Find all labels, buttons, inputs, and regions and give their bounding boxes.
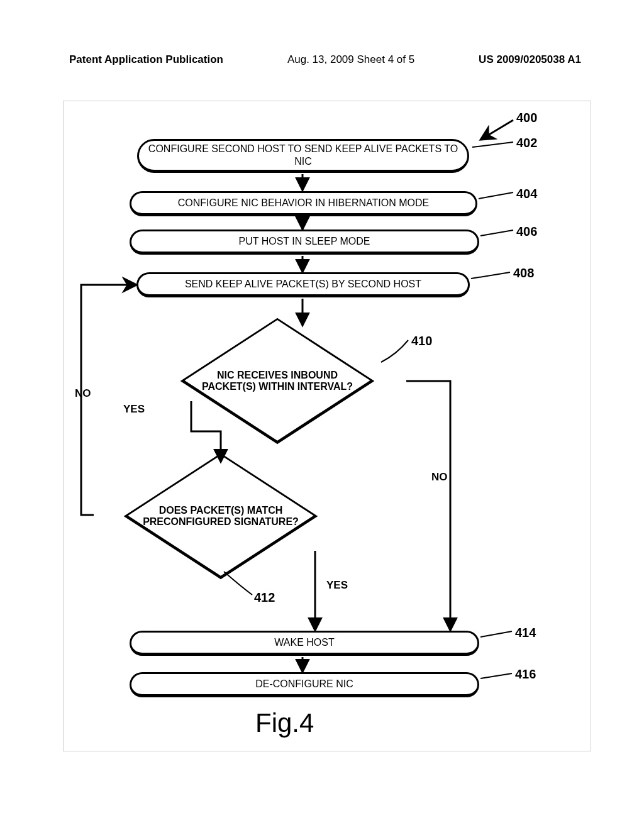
ref-412: 412: [254, 590, 275, 605]
page-header: Patent Application Publication Aug. 13, …: [0, 53, 644, 66]
ref-414: 414: [515, 626, 536, 640]
process-414: WAKE HOST: [130, 631, 479, 656]
edge-410-no: NO: [431, 471, 448, 484]
process-408-text: SEND KEEP ALIVE PACKET(S) BY SECOND HOST: [185, 278, 421, 290]
decision-412-text: DOES PACKET(S) MATCH PRECONFIGURED SIGNA…: [142, 505, 299, 528]
decision-410: NIC RECEIVES INBOUND PACKET(S) WITHIN IN…: [148, 318, 406, 444]
edge-412-no: NO: [75, 387, 91, 400]
svg-line-3: [480, 230, 513, 236]
header-left: Patent Application Publication: [69, 53, 223, 66]
decision-410-text: NIC RECEIVES INBOUND PACKET(S) WITHIN IN…: [196, 370, 359, 392]
svg-line-0: [482, 120, 513, 139]
process-416: DE-CONFIGURE NIC: [130, 672, 479, 697]
svg-line-1: [472, 142, 513, 147]
process-402-text: CONFIGURE SECOND HOST TO SEND KEEP ALIVE…: [145, 143, 461, 168]
process-406: PUT HOST IN SLEEP MODE: [130, 230, 479, 255]
process-404: CONFIGURE NIC BEHAVIOR IN HIBERNATION MO…: [130, 191, 477, 216]
ref-402: 402: [516, 136, 537, 150]
svg-line-6: [480, 673, 512, 678]
ref-406: 406: [516, 224, 537, 239]
process-402: CONFIGURE SECOND HOST TO SEND KEEP ALIVE…: [137, 139, 469, 173]
ref-408: 408: [513, 266, 534, 280]
process-408: SEND KEEP ALIVE PACKET(S) BY SECOND HOST: [136, 272, 470, 297]
diagram-canvas: 400 402 404 406 408 410 412 414 416 CONF…: [63, 101, 591, 751]
process-416-text: DE-CONFIGURE NIC: [255, 678, 353, 690]
header-center: Aug. 13, 2009 Sheet 4 of 5: [287, 53, 414, 66]
svg-line-4: [471, 272, 510, 279]
process-406-text: PUT HOST IN SLEEP MODE: [239, 235, 370, 248]
header-right: US 2009/0205038 A1: [479, 53, 581, 66]
ref-416: 416: [515, 667, 536, 682]
svg-line-5: [480, 631, 512, 637]
process-404-text: CONFIGURE NIC BEHAVIOR IN HIBERNATION MO…: [178, 197, 429, 209]
edge-410-yes: YES: [123, 403, 145, 416]
figure-label: Fig.4: [255, 708, 314, 738]
process-414-text: WAKE HOST: [274, 636, 334, 649]
edge-412-yes: YES: [326, 579, 348, 592]
svg-line-2: [479, 192, 513, 199]
decision-412: DOES PACKET(S) MATCH PRECONFIGURED SIGNA…: [92, 453, 350, 579]
ref-400: 400: [516, 111, 537, 125]
ref-404: 404: [516, 187, 537, 201]
ref-410: 410: [411, 334, 432, 348]
